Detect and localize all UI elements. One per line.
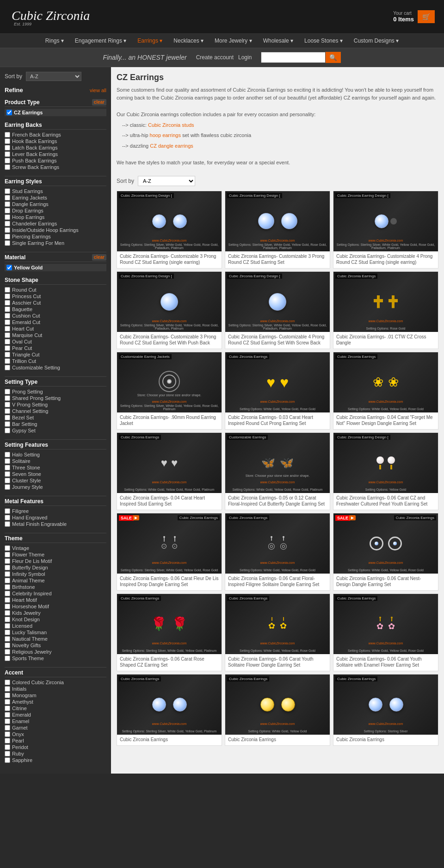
amethyst-filter[interactable]: Amethyst <box>5 699 106 705</box>
product-image-3[interactable]: Cubic Zirconia Earring Design [ www.Cubi… <box>333 191 438 251</box>
product-image-15[interactable]: SALE ▶ Cubic Zirconia Earrings www.Cubic… <box>333 513 438 574</box>
dangle-link[interactable]: CZ dangle earrings <box>150 143 193 149</box>
princess-cut-filter[interactable]: Princess Cut <box>5 293 106 300</box>
gypsy-set-filter[interactable]: Gypsy Set <box>5 427 106 434</box>
cz-earrings-filter[interactable]: CZ Earrings <box>5 109 106 116</box>
product-image-13[interactable]: SALE ▶ Cubic Zirconia Earrings ⊙ ⊙ <box>117 513 222 574</box>
screw-back[interactable]: Screw Back Earrings <box>5 164 106 170</box>
heart-motif-filter[interactable]: Heart Motif <box>5 597 106 603</box>
product-image-11[interactable]: Customizable Earrings 🦋 🦋 Store: Choose … <box>225 433 330 493</box>
product-type-clear[interactable]: clear <box>92 99 106 106</box>
citrine-filter[interactable]: Citrine <box>5 705 106 712</box>
custom-setting-filter[interactable]: Customizable Setting <box>5 364 106 371</box>
licensed-filter[interactable]: Licensed <box>5 623 106 629</box>
product-image-2[interactable]: Cubic Zirconia Earring Design [ www.Cubi… <box>225 191 330 251</box>
product-image-8[interactable]: Cubic Zirconia Earrings ♥ ♥ www.CubicZir… <box>225 352 330 412</box>
product-image-4[interactable]: Cubic Zirconia Earring Design [ www.Cubi… <box>117 272 222 332</box>
religious-filter[interactable]: Religious Jewelry <box>5 649 106 655</box>
bar-setting-filter[interactable]: Bar Setting <box>5 421 106 427</box>
baguette-filter[interactable]: Baguette <box>5 306 106 312</box>
three-stone-filter[interactable]: Three Stone <box>5 464 106 471</box>
product-image-10[interactable]: Cubic Zirconia Earrings ♥ ♥ www.CubicZir… <box>117 433 222 493</box>
pearl-filter[interactable]: Pearl <box>5 737 106 744</box>
nav-earrings[interactable]: Earrings ▾ <box>132 34 168 48</box>
garnet-filter[interactable]: Garnet <box>5 724 106 731</box>
product-image-9[interactable]: Cubic Zirconia Earrings ❀ ❀ www.CubicZir… <box>333 352 438 412</box>
product-image-7[interactable]: Customizable Earring Jackets Store: Choo… <box>117 352 222 412</box>
ruby-filter[interactable]: Ruby <box>5 750 106 757</box>
cluster-style-filter[interactable]: Cluster Style <box>5 477 106 484</box>
vintage-filter[interactable]: Vintage <box>5 545 106 551</box>
chandelier-filter[interactable]: Chandelier Earrings <box>5 220 106 227</box>
hook-back[interactable]: Hook Back Earrings <box>5 138 106 144</box>
metal-finish-filter[interactable]: Metal Finish Engravable <box>5 521 106 527</box>
peridot-filter[interactable]: Peridot <box>5 744 106 750</box>
create-account-link[interactable]: Create account <box>196 54 234 61</box>
colored-cz-filter[interactable]: Colored Cubic Zirconia <box>5 679 106 686</box>
product-image-5[interactable]: Cubic Zirconia Earring Design [ www.Cubi… <box>225 272 330 332</box>
oval-cut-filter[interactable]: Oval Cut <box>5 338 106 345</box>
novelty-filter[interactable]: Novelty Gifts <box>5 642 106 649</box>
asscher-cut-filter[interactable]: Asschier Cut <box>5 300 106 306</box>
nav-custom[interactable]: Custom Designs ▾ <box>348 34 404 48</box>
prong-setting-filter[interactable]: Prong Setting <box>5 388 106 395</box>
enamel-filter[interactable]: Enamel <box>5 718 106 724</box>
lever-back[interactable]: Lever Back Earrings <box>5 151 106 157</box>
product-image-6[interactable]: Cubic Zirconia Earrings www.CubicZirconi… <box>333 272 438 332</box>
seven-stone-filter[interactable]: Seven Stone <box>5 471 106 477</box>
cushion-cut-filter[interactable]: Cushion Cut <box>5 312 106 319</box>
initials-filter[interactable]: Initials <box>5 686 106 692</box>
pear-cut-filter[interactable]: Pear Cut <box>5 345 106 351</box>
sort-select[interactable]: A-Z Z-A Price: Low to High Price: High t… <box>26 72 81 81</box>
hand-engraved-filter[interactable]: Hand Engraved <box>5 514 106 521</box>
celebrity-filter[interactable]: Celebrity Inspired <box>5 590 106 597</box>
flower-theme-filter[interactable]: Flower Theme <box>5 551 106 558</box>
hoop-earrings-filter[interactable]: Hoop Earrings <box>5 214 106 220</box>
journey-style-filter[interactable]: Journey Style <box>5 484 106 490</box>
search-input[interactable] <box>261 52 326 63</box>
nav-loose[interactable]: Loose Stones ▾ <box>299 34 348 48</box>
dangle-earrings-filter[interactable]: Dangle Earrings <box>5 201 106 207</box>
product-image-16[interactable]: Cubic Zirconia Earrings 🌹 🌹 www.CubicZir… <box>117 594 222 654</box>
product-image-12[interactable]: Cubic Zirconia Earring Design [ www.Cubi… <box>333 433 438 493</box>
view-all-link[interactable]: view all <box>90 87 106 93</box>
horseshoe-filter[interactable]: Horseshoe Motif <box>5 603 106 610</box>
infinity-filter[interactable]: Infinity Symbol <box>5 571 106 577</box>
product-image-19[interactable]: Cubic Zirconia Earrings www.CubicZirconi… <box>117 674 222 735</box>
french-back[interactable]: French Back Earrings <box>5 131 106 138</box>
product-image-21[interactable]: Cubic Zirconia Earrings www.CubicZirconi… <box>333 674 438 735</box>
knot-filter[interactable]: Knot Design <box>5 616 106 623</box>
cz-earrings-checkbox[interactable] <box>6 110 12 115</box>
butterfly-filter[interactable]: Butterfly Design <box>5 564 106 571</box>
product-image-18[interactable]: Cubic Zirconia Earrings ✿ ✿ <box>333 594 438 654</box>
shared-prong-filter[interactable]: Shared Prong Setting <box>5 395 106 401</box>
halo-setting-filter[interactable]: Halo Setting <box>5 451 106 458</box>
product-image-14[interactable]: Cubic Zirconia Earrings ◎ ◎ <box>225 513 330 574</box>
solitaire-filter[interactable]: Solitaire <box>5 458 106 464</box>
heart-cut-filter[interactable]: Heart Cut <box>5 325 106 332</box>
marquise-cut-filter[interactable]: Marquise Cut <box>5 332 106 338</box>
nav-necklaces[interactable]: Necklaces ▾ <box>168 34 209 48</box>
product-image-1[interactable]: Cubic Zirconia Earring Design [ www.Cubi… <box>117 191 222 251</box>
sapphire-filter[interactable]: Sapphire <box>5 757 106 763</box>
material-clear[interactable]: clear <box>92 254 106 261</box>
login-link[interactable]: Login <box>238 54 252 61</box>
fleur-lis-filter[interactable]: Fleur De Lis Motif <box>5 558 106 564</box>
emerald-cut-filter[interactable]: Emerald Cut <box>5 319 106 325</box>
single-men-filter[interactable]: Single Earring For Men <box>5 240 106 246</box>
latch-back[interactable]: Latch Back Earrings <box>5 144 106 151</box>
search-button[interactable]: 🔍 <box>326 52 341 63</box>
triangle-cut-filter[interactable]: Triangle Cut <box>5 351 106 358</box>
lucky-filter[interactable]: Lucky Talisman <box>5 629 106 636</box>
yellow-gold-filter[interactable]: Yellow Gold <box>5 264 106 271</box>
filigree-filter[interactable]: Filigree <box>5 508 106 514</box>
monogram-filter[interactable]: Monogram <box>5 692 106 699</box>
sort-dropdown[interactable]: A-Z Z-A Price: Low to High Price: High t… <box>138 176 195 186</box>
nav-wholesale[interactable]: Wholesale ▾ <box>258 34 299 48</box>
nav-rings[interactable]: Rings ▾ <box>40 34 69 48</box>
animal-filter[interactable]: Animal Theme <box>5 577 106 584</box>
onyx-filter[interactable]: Onyx <box>5 731 106 737</box>
drop-earrings-filter[interactable]: Drop Earrings <box>5 207 106 214</box>
product-image-20[interactable]: Cubic Zirconia Earrings www.CubicZirconi… <box>225 674 330 735</box>
stud-earrings-filter[interactable]: Stud Earrings <box>5 188 106 194</box>
